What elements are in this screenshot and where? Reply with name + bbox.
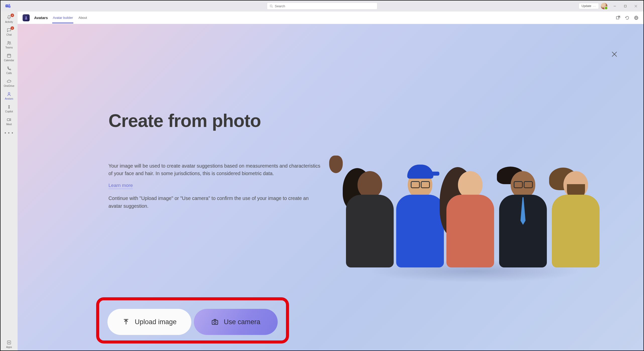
svg-rect-17 <box>7 119 10 121</box>
svg-rect-7 <box>624 5 626 7</box>
window-titlebar: T Update ··· <box>1 1 643 12</box>
rail-apps[interactable]: Apps <box>1 338 18 350</box>
calendar-icon <box>6 53 12 58</box>
onedrive-icon <box>6 79 12 84</box>
activity-badge: 4 <box>11 14 14 17</box>
upload-image-button[interactable]: Upload image <box>107 309 191 335</box>
search-icon <box>270 5 273 8</box>
upload-icon <box>122 318 130 326</box>
rail-activity[interactable]: 4 Activity <box>1 13 18 25</box>
rail-teams[interactable]: Teams <box>1 39 18 51</box>
avatar-icon <box>6 91 12 97</box>
rail-more-button[interactable]: • • • <box>1 128 18 138</box>
rail-label: Activity <box>5 21 13 23</box>
more-dots-icon: ··· <box>593 4 596 8</box>
window-close-button[interactable] <box>630 2 641 11</box>
camera-icon <box>211 318 219 326</box>
rail-label: OneDrive <box>4 85 14 87</box>
page-title: Create from photo <box>108 110 327 131</box>
svg-text:T: T <box>6 5 8 7</box>
teams-icon <box>6 40 12 46</box>
rail-calls[interactable]: Calls <box>1 64 18 77</box>
meet-icon <box>6 117 12 122</box>
rail-meet[interactable]: Meet <box>1 115 18 128</box>
rail-label: Copilot <box>5 110 13 113</box>
rail-copilot[interactable]: Copilot <box>1 103 18 115</box>
svg-rect-30 <box>212 320 218 324</box>
avatar-illustration <box>345 127 606 267</box>
rail-label: Chat <box>6 33 12 36</box>
left-nav-rail: 4 Activity 1 Chat Teams Calendar Calls O… <box>1 12 18 350</box>
svg-point-4 <box>270 5 272 7</box>
main-canvas: Create from photo Your image will be use… <box>18 24 643 350</box>
rail-avatars[interactable]: Avatars <box>1 90 18 102</box>
chat-badge: 1 <box>11 26 14 30</box>
calls-icon <box>6 66 12 71</box>
camera-label: Use camera <box>224 318 260 326</box>
svg-rect-22 <box>616 17 619 19</box>
rail-label: Calendar <box>4 59 14 62</box>
svg-point-1 <box>9 4 10 6</box>
rail-chat[interactable]: 1 Chat <box>1 26 18 38</box>
svg-point-21 <box>25 16 27 18</box>
refresh-icon[interactable] <box>625 16 629 20</box>
svg-rect-12 <box>7 54 11 57</box>
copilot-icon <box>6 104 12 110</box>
rail-label: Teams <box>5 46 13 49</box>
tab-about[interactable]: About <box>78 12 87 23</box>
update-label: Update <box>581 4 591 8</box>
rail-label: Apps <box>6 346 12 348</box>
rail-calendar[interactable]: Calendar <box>1 51 18 64</box>
popout-icon[interactable] <box>616 16 620 20</box>
intro-paragraph-2: Continue with "Upload image" or "Use cam… <box>108 194 319 209</box>
intro-paragraph-1: Your image will be used to create avatar… <box>108 162 324 177</box>
apps-icon <box>6 340 12 345</box>
update-button[interactable]: Update ··· <box>579 3 599 9</box>
window-maximize-button[interactable] <box>620 2 630 11</box>
close-button[interactable] <box>611 51 618 58</box>
search-input[interactable] <box>275 4 375 8</box>
global-search[interactable] <box>267 3 377 10</box>
rail-label: Avatars <box>5 97 13 100</box>
svg-line-5 <box>272 7 272 7</box>
svg-point-16 <box>8 92 10 94</box>
more-dots-icon: • • • <box>5 131 14 135</box>
svg-point-31 <box>214 321 216 324</box>
avatars-app-icon <box>23 14 30 21</box>
upload-label: Upload image <box>135 318 177 326</box>
rail-onedrive[interactable]: OneDrive <box>1 77 18 89</box>
tab-avatar-builder[interactable]: Avatar builder <box>52 12 73 23</box>
close-icon <box>611 51 618 58</box>
teams-logo-icon: T <box>5 3 11 9</box>
svg-point-11 <box>10 42 11 43</box>
learn-more-link[interactable]: Learn more <box>108 183 133 189</box>
app-title: Avatars <box>34 16 48 20</box>
app-tab-bar: Avatars Avatar builder About <box>18 12 643 24</box>
window-minimize-button[interactable] <box>609 2 620 11</box>
rail-label: Calls <box>6 72 12 75</box>
globe-icon[interactable] <box>634 16 638 20</box>
svg-point-10 <box>8 41 9 43</box>
svg-rect-2 <box>8 6 11 8</box>
user-avatar[interactable] <box>601 3 607 9</box>
use-camera-button[interactable]: Use camera <box>194 309 278 335</box>
rail-label: Meet <box>6 123 12 126</box>
